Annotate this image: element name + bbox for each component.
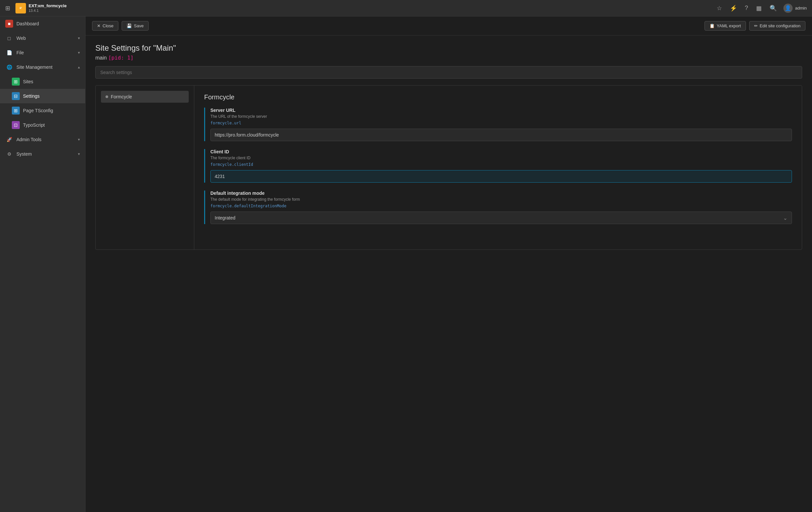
field-key-client-id: formcycle.clientId — [210, 162, 792, 167]
pid-badge: [pid: 1] — [108, 55, 134, 61]
typo3-logo — [16, 3, 26, 14]
section-title: Formcycle — [204, 93, 792, 101]
app-name: EXT:xm_formcycle — [29, 3, 67, 8]
main-content: ✕ Close 💾 Save 📋 YAML export ✏ Edit site… — [85, 17, 812, 512]
sidebar-label-admin-tools: Admin Tools — [17, 137, 41, 142]
save-label: Save — [134, 23, 144, 28]
file-icon: 📄 — [5, 49, 13, 57]
avatar: 👤 — [783, 4, 792, 13]
close-label: Close — [103, 23, 113, 28]
sidebar-item-page-tsconfig[interactable]: ⊞ Page TSconfig — [0, 103, 85, 118]
sidebar-label-web: Web — [17, 35, 26, 41]
action-bar-right: 📋 YAML export ✏ Edit site configuration — [704, 21, 806, 31]
close-icon: ✕ — [97, 23, 100, 28]
field-key-server-url: formcycle.url — [210, 121, 792, 125]
dashboard-icon: ■ — [5, 20, 13, 28]
search-bar-wrap — [85, 66, 812, 85]
integration-mode-select-wrap: Integrated iFrame Direct — [210, 212, 792, 224]
chevron-down-icon: ▾ — [78, 137, 80, 142]
help-icon[interactable]: ? — [744, 3, 750, 13]
sidebar-item-site-management[interactable]: 🌐 Site Management ▴ — [0, 60, 85, 74]
sidebar-item-file[interactable]: 📄 File ▾ — [0, 46, 85, 60]
admintools-icon: 🚀 — [5, 136, 13, 143]
topbar-title: EXT:xm_formcycle 13.4.1 — [29, 3, 67, 13]
nav-dot — [106, 96, 108, 98]
edit-site-button[interactable]: ✏ Edit site configuration — [749, 21, 806, 31]
sidebar-label-dashboard: Dashboard — [17, 21, 39, 26]
page-heading: Site Settings for "Main" main [pid: 1] — [85, 35, 812, 66]
action-bar: ✕ Close 💾 Save 📋 YAML export ✏ Edit site… — [85, 17, 812, 35]
subtitle-prefix: main — [95, 55, 107, 60]
app-body: ■ Dashboard ◻ Web ▾ 📄 File ▾ 🌐 Site Mana… — [0, 17, 812, 512]
integration-mode-select[interactable]: Integrated iFrame Direct — [210, 212, 792, 224]
pagetsconfig-icon: ⊞ — [12, 107, 20, 114]
settings-content: Formcycle Server URL The URL of the form… — [194, 85, 802, 249]
field-label-client-id: Client ID — [210, 149, 792, 154]
settings-nav: Formcycle — [96, 85, 194, 249]
system-icon: ⚙ — [5, 150, 13, 158]
typoscript-icon: ⊡ — [12, 121, 20, 129]
sidebar-label-settings: Settings — [23, 93, 40, 99]
page-subtitle: main [pid: 1] — [95, 55, 802, 61]
nav-label-formcycle: Formcycle — [111, 94, 132, 99]
yaml-export-label: YAML export — [717, 23, 741, 28]
sidebar-item-admin-tools[interactable]: 🚀 Admin Tools ▾ — [0, 132, 85, 147]
search-icon[interactable]: 🔍 — [768, 3, 778, 13]
chevron-down-icon: ▾ — [78, 152, 80, 156]
save-button[interactable]: 💾 Save — [122, 21, 149, 31]
sidebar-label-site-management: Site Management — [17, 64, 53, 70]
bookmarks-icon[interactable]: ☆ — [715, 3, 723, 13]
sidebar-item-web[interactable]: ◻ Web ▾ — [0, 31, 85, 46]
topbar-right: ☆ ⚡ ? ▦ 🔍 👤 admin — [715, 3, 807, 13]
sidebar-label-file: File — [17, 50, 24, 55]
yaml-export-button[interactable]: 📋 YAML export — [704, 21, 746, 31]
edit-icon: ✏ — [754, 23, 758, 28]
save-icon: 💾 — [126, 23, 132, 28]
settings-nav-item-formcycle[interactable]: Formcycle — [101, 91, 189, 103]
search-input[interactable] — [95, 66, 802, 79]
chevron-down-icon: ▾ — [78, 50, 80, 55]
page-title: Site Settings for "Main" — [95, 44, 802, 53]
yaml-icon: 📋 — [709, 23, 715, 28]
topbar-logo: EXT:xm_formcycle 13.4.1 — [16, 3, 67, 14]
topbar: ⊞ EXT:xm_formcycle 13.4.1 ☆ ⚡ ? ▦ 🔍 👤 ad… — [0, 0, 812, 17]
sidebar-label-page-tsconfig: Page TSconfig — [23, 108, 53, 113]
field-desc-client-id: The formcycle client ID — [210, 156, 792, 160]
sidebar: ■ Dashboard ◻ Web ▾ 📄 File ▾ 🌐 Site Mana… — [0, 17, 85, 512]
sidebar-item-sites[interactable]: ⊞ Sites — [0, 74, 85, 89]
sidebar-item-typoscript[interactable]: ⊡ TypoScript — [0, 118, 85, 132]
edit-site-label: Edit site configuration — [760, 23, 801, 28]
sidebar-item-system[interactable]: ⚙ System ▾ — [0, 147, 85, 161]
field-desc-server-url: The URL of the formcycle server — [210, 114, 792, 119]
chevron-up-icon: ▴ — [78, 65, 80, 70]
settings-icon: ⊟ — [12, 92, 20, 100]
field-label-server-url: Server URL — [210, 108, 792, 113]
web-icon: ◻ — [5, 34, 13, 42]
user-menu[interactable]: 👤 admin — [783, 4, 807, 13]
username: admin — [795, 6, 807, 10]
sidebar-item-settings[interactable]: ⊟ Settings — [0, 89, 85, 103]
sidebar-label-sites: Sites — [23, 79, 33, 84]
settings-panel: Formcycle Formcycle Server URL The URL o… — [95, 85, 802, 250]
flash-icon[interactable]: ⚡ — [728, 3, 738, 13]
field-desc-integration-mode: The default mode for integrating the for… — [210, 197, 792, 202]
grid-icon[interactable]: ⊞ — [5, 5, 10, 12]
close-button[interactable]: ✕ Close — [92, 21, 118, 31]
sidebar-label-system: System — [17, 151, 32, 157]
field-group-integration-mode: Default integration mode The default mod… — [204, 190, 792, 224]
site-mgmt-icon: 🌐 — [5, 63, 13, 71]
field-group-client-id: Client ID The formcycle client ID formcy… — [204, 149, 792, 183]
sidebar-item-dashboard[interactable]: ■ Dashboard — [0, 17, 85, 31]
field-key-integration-mode: formcycle.defaultIntegrationMode — [210, 204, 792, 208]
table-icon[interactable]: ▦ — [755, 3, 763, 13]
sites-icon: ⊞ — [12, 78, 20, 85]
field-group-server-url: Server URL The URL of the formcycle serv… — [204, 108, 792, 141]
field-label-integration-mode: Default integration mode — [210, 190, 792, 196]
client-id-input[interactable] — [210, 170, 792, 183]
app-version: 13.4.1 — [29, 8, 67, 13]
chevron-down-icon: ▾ — [78, 36, 80, 41]
server-url-input[interactable] — [210, 129, 792, 141]
sidebar-label-typoscript: TypoScript — [23, 123, 45, 128]
